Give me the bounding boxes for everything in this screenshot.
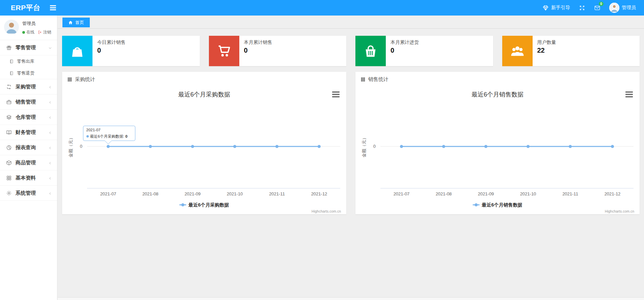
tab-home-label: 首页 xyxy=(75,20,84,26)
purchase-chart: 最近6个月采购数据金额（元）02021-072021-082021-092021… xyxy=(62,85,346,214)
user-menu[interactable]: 管理员 xyxy=(609,3,636,13)
messages-badge: 0 xyxy=(599,2,603,6)
chart-context-menu-icon[interactable] xyxy=(332,91,340,98)
messages-button[interactable]: 0 xyxy=(594,5,600,11)
gift-icon xyxy=(6,45,12,51)
sidebar-item-2[interactable]: 销售管理 xyxy=(0,94,57,110)
chevron-down-icon xyxy=(48,46,52,50)
panel-title: 销售统计 xyxy=(368,76,388,83)
logout-link[interactable]: 注销 xyxy=(38,29,51,35)
online-status-label: 在线 xyxy=(26,29,34,35)
sidebar-item-4[interactable]: 财务管理 xyxy=(0,125,57,140)
sidebar-item-8[interactable]: 系统管理 xyxy=(0,186,57,201)
layers-icon xyxy=(6,114,12,120)
data-point[interactable] xyxy=(318,145,321,148)
footer-strip xyxy=(58,297,644,300)
stat-cards-row: 今日累计销售0本月累计销售0本月累计进货0用户数量22 xyxy=(62,36,640,66)
sidebar-item-6[interactable]: 商品管理 xyxy=(0,155,57,170)
chart-title: 最近6个月采购数据 xyxy=(178,91,230,98)
sidebar-subitem-label: 零售出库 xyxy=(17,58,34,64)
data-point[interactable] xyxy=(191,145,194,148)
data-point[interactable] xyxy=(569,145,572,148)
sidebar-toggle-icon[interactable] xyxy=(49,4,57,11)
svg-text:2021-07: 2021-07 xyxy=(86,128,101,132)
chevron-left-icon xyxy=(48,115,52,119)
fullscreen-button[interactable] xyxy=(579,5,585,11)
stat-card-3[interactable]: 用户数量22 xyxy=(502,36,640,66)
sidebar-subitem-label: 零售退货 xyxy=(17,70,34,76)
x-tick-label: 2021-12 xyxy=(311,191,327,196)
stat-card-value: 22 xyxy=(537,47,556,54)
chevron-left-icon xyxy=(48,191,52,195)
chart-context-menu-icon[interactable] xyxy=(625,91,633,98)
stat-card-2[interactable]: 本月累计进货0 xyxy=(355,36,493,66)
sidebar-item-label: 商品管理 xyxy=(16,160,36,166)
x-tick-label: 2021-11 xyxy=(269,191,285,196)
chevron-left-icon xyxy=(48,85,52,89)
stat-card-1[interactable]: 本月累计销售0 xyxy=(209,36,347,66)
stat-card-label: 本月累计进货 xyxy=(391,39,419,46)
data-point[interactable] xyxy=(233,145,236,148)
x-tick-label: 2021-07 xyxy=(394,191,410,196)
sidebar-subitem[interactable]: 零售出库 xyxy=(0,55,57,67)
sidebar: 管理员 在线 注销 零售管理零售出库零售退货采购管理销售管理仓库管理财务管理报表… xyxy=(0,16,57,300)
data-point[interactable] xyxy=(149,145,152,148)
stat-card-0[interactable]: 今日累计销售0 xyxy=(62,36,200,66)
data-point[interactable] xyxy=(527,145,530,148)
navbar-right: 新手引导 0 管理员 xyxy=(542,3,644,13)
sidebar-item-label: 财务管理 xyxy=(16,129,36,136)
sidebar-submenu: 零售出库零售退货 xyxy=(0,55,57,79)
x-tick-label: 2021-08 xyxy=(436,191,452,196)
stat-card-label: 用户数量 xyxy=(537,39,556,46)
sidebar-user-name: 管理员 xyxy=(22,21,51,27)
svg-text:最近6个月销售数据: 最近6个月销售数据 xyxy=(482,202,522,208)
data-point[interactable] xyxy=(442,145,445,148)
main-area: 首页 今日累计销售0本月累计销售0本月累计进货0用户数量22 采购统计 最近6个… xyxy=(58,16,644,300)
sidebar-item-7[interactable]: 基本资料 xyxy=(0,170,57,186)
svg-text:最近6个月采购数据: 最近6个月采购数据 xyxy=(188,202,229,208)
diamond-icon xyxy=(542,5,549,11)
tab-bar: 首页 xyxy=(58,16,644,29)
sidebar-item-label: 报表查询 xyxy=(16,144,36,151)
sidebar-item-label: 基本资料 xyxy=(16,175,36,181)
sidebar-item-label: 采购管理 xyxy=(16,84,36,90)
chevron-left-icon xyxy=(48,176,52,180)
chart-credits[interactable]: Highcharts.com.cn xyxy=(312,209,341,213)
stat-card-value: 0 xyxy=(391,47,419,54)
avatar xyxy=(609,3,619,13)
chart-panels-row: 采购统计 最近6个月采购数据金额（元）02021-072021-082021-0… xyxy=(62,72,640,214)
book-icon xyxy=(9,59,14,64)
tab-home[interactable]: 首页 xyxy=(62,18,90,27)
loop-icon xyxy=(6,84,12,90)
dashboard-content: 今日累计销售0本月累计销售0本月累计进货0用户数量22 采购统计 最近6个月采购… xyxy=(58,29,644,214)
data-point[interactable] xyxy=(400,145,403,148)
bookopen-icon xyxy=(6,130,12,135)
users-icon xyxy=(502,36,533,66)
legend-item[interactable]: 最近6个月采购数据 xyxy=(180,202,229,208)
guide-label: 新手引导 xyxy=(551,5,570,11)
grid-icon xyxy=(360,77,366,82)
sidebar-item-label: 仓库管理 xyxy=(16,114,36,120)
chevron-left-icon xyxy=(48,100,52,104)
sidebar-menu: 零售管理零售出库零售退货采购管理销售管理仓库管理财务管理报表查询商品管理基本资料… xyxy=(0,40,57,201)
data-point[interactable] xyxy=(275,145,278,148)
x-tick-label: 2021-10 xyxy=(520,191,536,196)
top-navbar: ERP平台 新手引导 0 xyxy=(0,0,644,16)
data-point[interactable] xyxy=(611,145,614,148)
sign-out-icon xyxy=(38,30,42,34)
sidebar-item-1[interactable]: 采购管理 xyxy=(0,79,57,94)
sidebar-item-3[interactable]: 仓库管理 xyxy=(0,110,57,125)
x-tick-label: 2021-11 xyxy=(562,191,578,196)
legend-item[interactable]: 最近6个月销售数据 xyxy=(473,202,522,208)
sidebar-item-5[interactable]: 报表查询 xyxy=(0,140,57,155)
guide-button[interactable]: 新手引导 xyxy=(542,5,570,11)
chart-credits[interactable]: Highcharts.com.cn xyxy=(605,209,634,213)
data-point[interactable] xyxy=(484,145,487,148)
sidebar-item-0[interactable]: 零售管理 xyxy=(0,40,57,55)
box-icon xyxy=(6,160,12,166)
stat-card-value: 0 xyxy=(97,47,126,54)
data-point[interactable] xyxy=(107,145,110,148)
sidebar-subitem[interactable]: 零售退货 xyxy=(0,67,57,79)
chevron-left-icon xyxy=(48,161,52,165)
home-icon xyxy=(68,20,73,25)
